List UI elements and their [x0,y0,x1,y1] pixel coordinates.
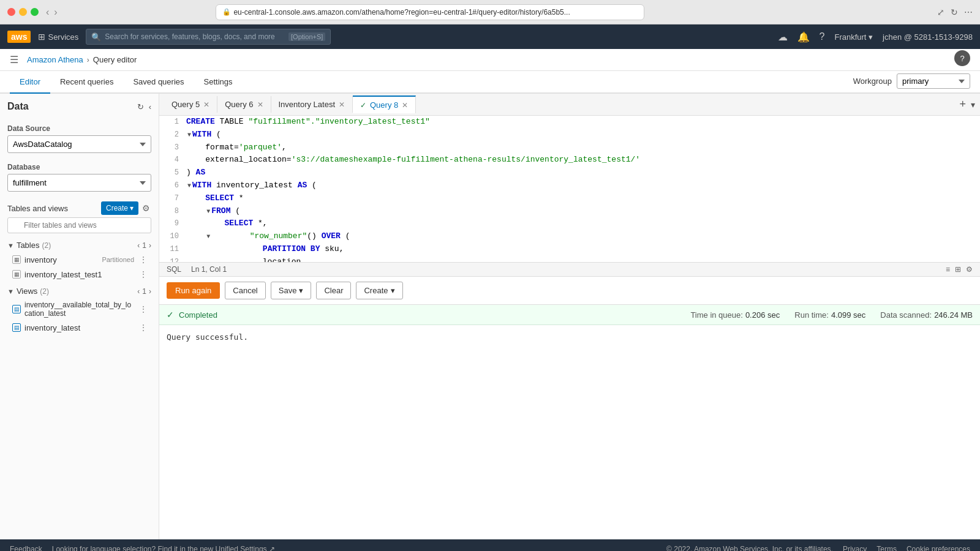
tables-pagination: ‹ 1 › [137,241,151,250]
table-more-icon[interactable]: ⋮ [138,269,149,279]
cookie-link[interactable]: Cookie preferences [907,545,970,551]
code-line-4: 4 external_location='s3://datameshexampl… [159,154,980,167]
view-name-inventory-latest: inventory_latest [24,323,134,332]
view-more-icon[interactable]: ⋮ [138,304,149,314]
table-row-inventory-test1[interactable]: ▦ inventory_latest_test1 ⋮ [7,267,151,282]
terms-link[interactable]: Terms [876,545,897,551]
breadcrumb-parent[interactable]: Amazon Athena [27,55,83,64]
query-tab-inventory-latest[interactable]: Inventory Latest ✕ [271,96,353,113]
refresh-icon[interactable]: ↻ [137,102,144,111]
copyright-text: © 2022, Amazon Web Services, Inc. or its… [666,545,833,551]
tables-views-header: Tables and views Create ▾ ⚙ [7,201,151,215]
cloud-icon[interactable]: ☁ [778,31,788,43]
view-icon: ▤ [12,323,21,332]
help-icon[interactable]: ? [954,50,970,66]
collapse-icon[interactable]: ‹ [149,102,151,111]
tab-settings[interactable]: Settings [194,71,243,94]
database-label: Database [7,163,151,171]
aws-nav-right: ☁ 🔔 ? Frankfurt ▾ jchen @ 5281-1513-9298 [778,31,973,43]
help-icon[interactable]: ? [820,31,825,42]
forward-icon[interactable]: › [54,7,57,18]
traffic-lights [7,8,39,16]
view-icon: ▤ [12,305,21,313]
tables-collapse-toggle[interactable]: ▼ Tables (2) [7,241,51,250]
share-icon[interactable]: ⤢ [937,7,944,17]
tab-6-close-icon[interactable]: ✕ [257,100,263,109]
feedback-link[interactable]: Feedback [10,545,42,551]
code-line-2: 2 ▼WITH ( [159,129,980,141]
code-editor[interactable]: 1 CREATE TABLE "fulfillment"."inventory_… [159,116,980,263]
privacy-link[interactable]: Privacy [843,545,867,551]
tab-8-close-icon[interactable]: ✕ [402,101,408,110]
filter-input[interactable] [7,217,151,233]
clear-button[interactable]: Clear [316,282,351,299]
maximize-button[interactable] [31,8,39,16]
data-source-label: Data Source [7,124,151,133]
view-name-available-total: inventory__available_total_by_location_l… [24,301,134,318]
aws-search-bar[interactable]: 🔍 Search for services, features, blogs, … [86,29,331,45]
create-button[interactable]: Create ▾ [101,201,138,215]
run-again-button[interactable]: Run again [167,282,220,299]
cancel-button[interactable]: Cancel [225,282,265,299]
save-chevron-icon: ▾ [299,286,303,295]
database-select[interactable]: fulfillment [7,174,151,192]
status-text: Completed [179,310,217,320]
url-bar[interactable]: 🔒 eu-central-1.console.aws.amazon.com/at… [216,4,644,20]
tab-saved-queries[interactable]: Saved queries [123,71,194,94]
view-row-available-total[interactable]: ▤ inventory__available_total_by_location… [7,298,151,320]
format-list-icon[interactable]: ≡ [946,265,950,274]
views-group-header: ▼ Views (2) ‹ 1 › [7,287,151,296]
window-chrome: ‹ › 🔒 eu-central-1.console.aws.amazon.co… [0,0,980,24]
code-line-10: 10 ▼ "row_number"() OVER ( [159,230,980,243]
aws-logo: aws [7,31,31,43]
views-collapse-toggle[interactable]: ▼ Views (2) [7,287,49,296]
table-more-icon[interactable]: ⋮ [138,255,149,264]
format-settings-icon[interactable]: ⚙ [966,265,973,274]
unified-settings-text: Looking for language selection? Find it … [52,545,275,551]
sidebar-toggle[interactable]: ☰ [10,54,18,66]
workgroup-select[interactable]: primary [897,73,970,89]
code-line-1: 1 CREATE TABLE "fulfillment"."inventory_… [159,116,980,129]
time-in-queue-stat: Time in queue: 0.206 sec [690,310,780,320]
tab-success-icon: ✓ [360,101,366,110]
services-button[interactable]: ⊞ Services [38,32,78,42]
refresh-icon[interactable]: ↻ [951,7,958,17]
gear-icon-button[interactable]: ⚙ [141,202,151,214]
add-tab-button[interactable]: + [954,98,971,111]
tab-5-close-icon[interactable]: ✕ [203,100,209,109]
query-tab-5[interactable]: Query 5 ✕ [164,96,217,113]
query-tab-8[interactable]: ✓ Query 8 ✕ [353,96,416,113]
table-icon: ▦ [12,270,21,279]
view-more-icon[interactable]: ⋮ [138,323,149,332]
create-button[interactable]: Create ▾ [356,282,402,299]
query-tab-6[interactable]: Query 6 ✕ [217,96,271,113]
tab-menu-button[interactable]: ▾ [971,100,975,110]
save-button[interactable]: Save ▾ [271,282,312,299]
data-source-select[interactable]: AwsDataCatalog [7,135,151,153]
panel-icons: ↻ ‹ [137,102,151,111]
tab-recent-queries[interactable]: Recent queries [50,71,123,94]
tables-views-title: Tables and views [7,204,68,213]
code-line-12: 12 location [159,256,980,263]
create-chevron-icon: ▾ [391,286,395,295]
code-line-7: 7 SELECT * [159,192,980,205]
user-account[interactable]: jchen @ 5281-1513-9298 [883,32,973,42]
format-grid-icon[interactable]: ⊞ [955,265,961,274]
table-row-inventory[interactable]: ▦ inventory Partitioned ⋮ [7,252,151,267]
view-row-inventory-latest[interactable]: ▤ inventory_latest ⋮ [7,320,151,335]
table-name-inventory: inventory [24,255,98,264]
code-line-3: 3 format='parquet', [159,141,980,154]
minimize-button[interactable] [19,8,27,16]
unified-settings-link[interactable]: ↗ [269,545,275,551]
close-button[interactable] [7,8,15,16]
region-selector[interactable]: Frankfurt ▾ [834,32,873,42]
bell-icon[interactable]: 🔔 [797,31,810,43]
back-icon[interactable]: ‹ [46,7,49,18]
workgroup-label: Workgroup [853,77,892,86]
menu-icon[interactable]: ⋯ [964,7,973,17]
tab-inventory-close-icon[interactable]: ✕ [339,100,345,109]
code-line-5: 5 ) AS [159,167,980,179]
views-chevron-icon: ▼ [7,288,14,295]
code-line-9: 9 SELECT *, [159,217,980,230]
tab-editor[interactable]: Editor [10,71,50,94]
